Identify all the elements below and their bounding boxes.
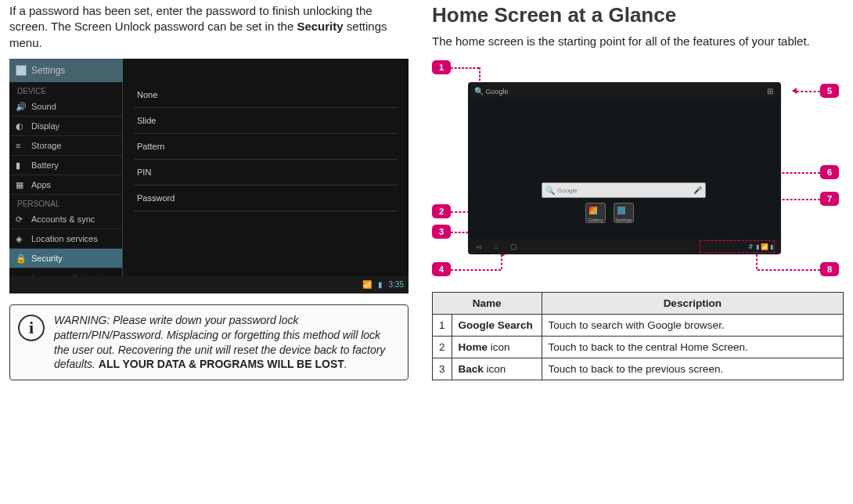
sidebar-item-location[interactable]: ◈Location services — [9, 229, 122, 249]
group-personal: PERSONAL — [9, 195, 122, 210]
wallpaper: 🔍 🎤 Gallery Settings — [468, 98, 781, 239]
settings-icon — [16, 65, 27, 76]
storage-icon: ≡ — [16, 141, 25, 150]
wifi-icon: 📶 — [362, 280, 372, 289]
home-screen-diagram: 1 2 3 4 5 6 7 8 🔍 G — [432, 60, 839, 276]
location-icon: ◈ — [16, 234, 25, 243]
battery-icon: ▮ — [16, 160, 25, 170]
th-name: Name — [433, 293, 542, 315]
search-icon: 🔍 — [474, 87, 484, 95]
option-slide[interactable]: Slide — [134, 108, 398, 134]
sidebar-item-sound[interactable]: 🔊Sound — [9, 97, 122, 117]
subtext: The home screen is the starting point fo… — [432, 34, 844, 49]
sync-icon: ⟳ — [16, 214, 25, 224]
status-area-highlight — [700, 240, 775, 253]
description-table: Name Description 1 Google Search Touch t… — [432, 292, 844, 380]
callout-5: 5 — [820, 84, 839, 98]
callout-1: 1 — [432, 60, 451, 74]
option-password[interactable]: Password — [134, 185, 398, 211]
th-desc: Description — [542, 293, 843, 315]
table-row: 3 Back icon Touch to back to the previou… — [433, 358, 844, 380]
warning-after: . — [344, 358, 347, 370]
option-none[interactable]: None — [134, 82, 398, 108]
mic-icon[interactable]: 🎤 — [693, 186, 702, 194]
settings-titlebar: Settings — [9, 59, 123, 82]
battery-status-icon: ▮ — [378, 280, 383, 289]
sidebar-item-accounts[interactable]: ⟳Accounts & sync — [9, 210, 122, 229]
apps-drawer-icon[interactable]: ⊞ — [767, 87, 773, 95]
sidebar-item-battery[interactable]: ▮Battery — [9, 156, 122, 175]
callout-7: 7 — [820, 192, 839, 206]
back-icon[interactable]: ◅ — [476, 243, 481, 250]
lock-icon: 🔒 — [16, 254, 25, 263]
tablet-mock: 🔍 Google ⊞ 🔍 🎤 Gallery Settings ◅ ⌂ ▢ — [468, 82, 781, 254]
clock-text: 3:35 — [389, 280, 404, 289]
sidebar-item-display[interactable]: ◐Display — [9, 117, 122, 136]
search-input[interactable] — [557, 187, 691, 194]
callout-8: 8 — [820, 262, 839, 276]
callout-6: 6 — [820, 165, 839, 179]
option-pattern[interactable]: Pattern — [134, 134, 398, 160]
warning-box: i WARNING: Please write down your passwo… — [9, 304, 409, 381]
sound-icon: 🔊 — [16, 102, 25, 111]
settings-panel: DEVICE 🔊Sound ◐Display ≡Storage ▮Battery… — [9, 82, 409, 276]
page-title: Home Screen at a Glance — [432, 3, 844, 27]
callout-4: 4 — [432, 262, 451, 276]
search-icon: 🔍 — [545, 186, 555, 195]
info-icon: i — [18, 315, 45, 341]
group-device: DEVICE — [9, 82, 122, 97]
option-pin[interactable]: PIN — [134, 160, 398, 185]
status-bar: 📶 ▮ 3:35 — [9, 276, 409, 293]
apps-icon: ▦ — [16, 180, 25, 189]
settings-sidebar: DEVICE 🔊Sound ◐Display ≡Storage ▮Battery… — [9, 82, 123, 276]
table-row: 2 Home icon Touch to back to the central… — [433, 337, 844, 358]
warning-bold: ALL YOUR DATA & PROGRAMS WILL BE LOST — [99, 358, 344, 370]
sidebar-item-security[interactable]: 🔒Security — [9, 249, 122, 268]
sidebar-item-apps[interactable]: ▦Apps — [9, 175, 122, 195]
callout-2: 2 — [432, 204, 451, 218]
settings-title: Settings — [31, 65, 65, 76]
intro-text: If a password has been set, enter the pa… — [9, 3, 409, 51]
sidebar-item-storage[interactable]: ≡Storage — [9, 136, 122, 156]
home-icon[interactable]: ⌂ — [494, 243, 498, 250]
gallery-app-icon[interactable]: Gallery — [585, 203, 606, 223]
google-search-widget[interactable]: 🔍 🎤 — [542, 182, 706, 198]
settings-app-icon[interactable]: Settings — [614, 203, 634, 223]
recent-icon[interactable]: ▢ — [510, 243, 517, 250]
google-search-top[interactable]: 🔍 Google — [474, 87, 509, 95]
settings-screenshot: Settings DEVICE 🔊Sound ◐Display ≡Storage… — [9, 59, 409, 293]
settings-main: None Slide Pattern PIN Password — [123, 82, 409, 276]
table-row: 1 Google Search Touch to search with Goo… — [433, 315, 844, 337]
home-icons-row: Gallery Settings — [585, 203, 634, 223]
intro-bold: Security — [297, 20, 343, 33]
display-icon: ◐ — [16, 121, 25, 131]
callout-3: 3 — [432, 225, 451, 239]
